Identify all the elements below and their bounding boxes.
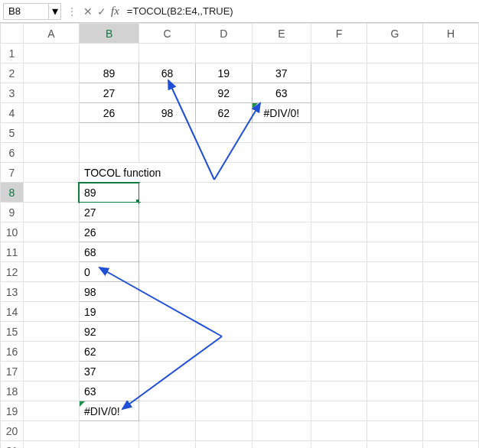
cell[interactable] (139, 441, 196, 449)
cell[interactable] (195, 342, 252, 362)
cancel-icon[interactable]: ✕ (83, 5, 93, 18)
cell[interactable] (422, 342, 478, 362)
cell[interactable] (195, 421, 252, 441)
cell[interactable] (311, 362, 367, 381)
cell[interactable]: 19 (79, 302, 138, 322)
cell[interactable] (252, 302, 311, 322)
cell[interactable] (195, 282, 252, 302)
cell[interactable] (422, 401, 478, 421)
cell[interactable] (195, 242, 252, 262)
cell[interactable] (422, 222, 478, 242)
cell[interactable] (79, 441, 138, 449)
row-header[interactable]: 9 (1, 203, 24, 222)
cell[interactable] (195, 123, 252, 143)
cell[interactable] (367, 302, 422, 322)
cell[interactable] (422, 441, 478, 449)
cell[interactable] (24, 401, 80, 421)
cell[interactable] (195, 222, 252, 242)
confirm-icon[interactable]: ✓ (97, 5, 106, 18)
cell[interactable] (24, 421, 80, 441)
cell[interactable] (311, 163, 367, 183)
cell[interactable] (252, 262, 311, 282)
cell[interactable] (422, 362, 478, 381)
cell[interactable] (367, 63, 422, 83)
cell[interactable] (79, 143, 138, 163)
cell[interactable] (311, 222, 367, 242)
cell[interactable] (195, 183, 252, 203)
cell[interactable] (79, 123, 138, 143)
cell[interactable] (195, 441, 252, 449)
cell[interactable]: 19 (195, 63, 252, 83)
cell[interactable] (139, 282, 196, 302)
cell[interactable] (24, 381, 80, 401)
cell[interactable] (252, 123, 311, 143)
col-header-A[interactable]: A (24, 24, 80, 44)
cell[interactable] (24, 83, 80, 103)
cell[interactable] (367, 262, 422, 282)
row-header[interactable]: 14 (1, 302, 24, 322)
cell[interactable] (252, 362, 311, 381)
select-all-corner[interactable] (1, 24, 24, 44)
cell[interactable]: 27 (79, 203, 138, 222)
cell[interactable] (139, 302, 196, 322)
cell[interactable] (311, 83, 367, 103)
cell[interactable] (422, 203, 478, 222)
cell[interactable] (422, 163, 478, 183)
cell[interactable] (367, 362, 422, 381)
cell[interactable] (311, 143, 367, 163)
row-header[interactable]: 20 (1, 421, 24, 441)
cell[interactable] (252, 282, 311, 302)
cell[interactable] (311, 203, 367, 222)
row-header[interactable]: 19 (1, 401, 24, 421)
cell[interactable] (195, 362, 252, 381)
col-header-B[interactable]: B (79, 24, 138, 44)
row-header[interactable]: 13 (1, 282, 24, 302)
cell[interactable] (367, 401, 422, 421)
cell[interactable] (139, 222, 196, 242)
row-header[interactable]: 1 (1, 44, 24, 63)
cell[interactable] (367, 203, 422, 222)
col-header-H[interactable]: H (422, 24, 478, 44)
fx-icon[interactable]: fx (111, 5, 119, 18)
col-header-D[interactable]: D (195, 24, 252, 44)
cell[interactable] (422, 242, 478, 262)
spreadsheet-grid[interactable]: A B C D E F G H 1 2 89 68 19 37 3 27 92 … (0, 23, 479, 448)
cell[interactable] (311, 123, 367, 143)
cell[interactable] (422, 381, 478, 401)
cell[interactable] (367, 123, 422, 143)
cell[interactable] (139, 322, 196, 342)
cell[interactable] (367, 183, 422, 203)
cell[interactable] (139, 421, 196, 441)
cell[interactable] (311, 322, 367, 342)
cell[interactable] (252, 342, 311, 362)
cell[interactable] (422, 44, 478, 63)
cell[interactable]: 27 (79, 83, 138, 103)
cell[interactable] (24, 143, 80, 163)
cell[interactable] (24, 441, 80, 449)
cell[interactable] (139, 143, 196, 163)
cell[interactable] (311, 262, 367, 282)
cell[interactable] (311, 401, 367, 421)
cell[interactable] (311, 282, 367, 302)
cell[interactable]: 92 (195, 83, 252, 103)
cell[interactable] (367, 282, 422, 302)
row-header[interactable]: 21 (1, 441, 24, 449)
cell[interactable] (311, 242, 367, 262)
cell[interactable]: 63 (252, 83, 311, 103)
cell[interactable] (24, 302, 80, 322)
cell[interactable] (252, 322, 311, 342)
cell[interactable] (367, 242, 422, 262)
cell[interactable] (252, 163, 311, 183)
cell[interactable] (139, 123, 196, 143)
cell[interactable]: 0 (79, 262, 138, 282)
cell[interactable] (422, 143, 478, 163)
cell[interactable]: #DIV/0! (79, 401, 138, 421)
cell[interactable] (195, 262, 252, 282)
cell[interactable] (252, 183, 311, 203)
cell[interactable] (422, 262, 478, 282)
cell[interactable] (24, 183, 80, 203)
row-header[interactable]: 7 (1, 163, 24, 183)
cell[interactable] (195, 143, 252, 163)
cell[interactable] (24, 282, 80, 302)
cell[interactable]: 89 (79, 63, 138, 83)
